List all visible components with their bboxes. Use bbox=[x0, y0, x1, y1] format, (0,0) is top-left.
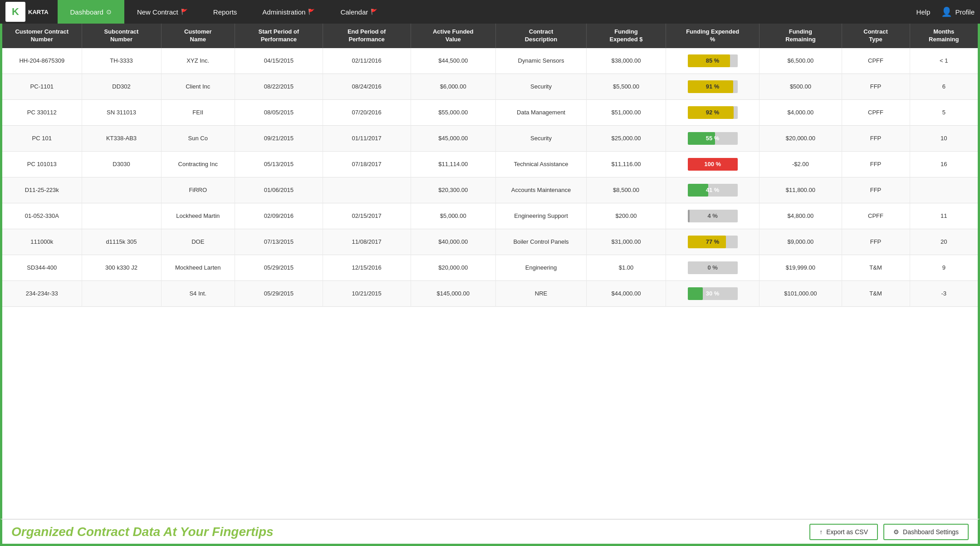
table-cell-5: $20,000.00 bbox=[411, 255, 496, 280]
footer: Organized Contract Data At Your Fingerti… bbox=[0, 519, 980, 546]
table-row[interactable]: D11-25-223kFiRRO01/06/2015$20,300.00Acco… bbox=[2, 177, 978, 203]
table-cell-2: Sun Co bbox=[161, 125, 235, 151]
table-cell-7: $1.00 bbox=[587, 255, 666, 280]
col-customer-contract: Customer ContractNumber bbox=[2, 24, 82, 48]
nav-new-contract[interactable]: New Contract 🚩 bbox=[124, 0, 201, 24]
funding-expended-pct-cell: 0 % bbox=[666, 255, 760, 280]
table-cell-6: Boiler Control Panels bbox=[496, 229, 587, 255]
table-cell-3: 09/21/2015 bbox=[235, 125, 323, 151]
logo-text: KARTA bbox=[28, 9, 49, 15]
table-row[interactable]: PC-1101DD302Client Inc08/22/201508/24/20… bbox=[2, 74, 978, 99]
table-cell-11: 20 bbox=[910, 229, 978, 255]
table-cell-9: $20,000.00 bbox=[760, 125, 842, 151]
table-cell-0: 111000k bbox=[2, 229, 82, 255]
table-cell-6: Data Management bbox=[496, 99, 587, 125]
table-cell-1: DD302 bbox=[82, 74, 161, 99]
footer-tagline: Organized Contract Data At Your Fingerti… bbox=[11, 525, 274, 539]
table-cell-10: CPFF bbox=[842, 99, 910, 125]
help-link[interactable]: Help bbox=[916, 8, 931, 16]
table-cell-11: 6 bbox=[910, 74, 978, 99]
table-cell-3: 04/15/2015 bbox=[235, 48, 323, 74]
table-cell-1: D3030 bbox=[82, 151, 161, 177]
table-row[interactable]: 234-234r-33S4 Int.05/29/201510/21/2015$1… bbox=[2, 280, 978, 306]
export-label: Export as CSV bbox=[826, 528, 868, 536]
table-cell-7: $31,000.00 bbox=[587, 229, 666, 255]
table-cell-3: 08/22/2015 bbox=[235, 74, 323, 99]
funding-expended-pct-cell: 4 % bbox=[666, 203, 760, 229]
settings-label: Dashboard Settings bbox=[903, 528, 959, 536]
nav-right: Help 👤 Profile bbox=[916, 6, 975, 17]
table-cell-0: HH-204-8675309 bbox=[2, 48, 82, 74]
table-cell-1: TH-3333 bbox=[82, 48, 161, 74]
table-cell-9: $19,999.00 bbox=[760, 255, 842, 280]
table-cell-5: $11,114.00 bbox=[411, 151, 496, 177]
table-cell-4: 11/08/2017 bbox=[323, 229, 411, 255]
nav-calendar[interactable]: Calendar 🚩 bbox=[328, 0, 390, 24]
navbar: K KARTA Dashboard ⊙ New Contract 🚩 Repor… bbox=[0, 0, 980, 24]
logo-box: K bbox=[5, 2, 25, 22]
table-row[interactable]: 01-052-330ALockheed Martin02/09/201602/1… bbox=[2, 203, 978, 229]
col-description: ContractDescription bbox=[496, 24, 587, 48]
table-cell-6: Engineering Support bbox=[496, 203, 587, 229]
table-row[interactable]: PC 101013D3030Contracting Inc05/13/20150… bbox=[2, 151, 978, 177]
table-row[interactable]: SD344-400300 k330 J2Mockheed Larten05/29… bbox=[2, 255, 978, 280]
table-cell-5: $20,300.00 bbox=[411, 177, 496, 203]
table-cell-9: $4,000.00 bbox=[760, 99, 842, 125]
app-logo[interactable]: K KARTA bbox=[5, 2, 49, 22]
table-cell-1 bbox=[82, 203, 161, 229]
flag-icon-calendar: 🚩 bbox=[371, 9, 377, 15]
footer-buttons: ↑ Export as CSV ⚙ Dashboard Settings bbox=[809, 524, 969, 540]
table-cell-9: $9,000.00 bbox=[760, 229, 842, 255]
table-cell-10: FFP bbox=[842, 74, 910, 99]
table-cell-1 bbox=[82, 280, 161, 306]
table-wrapper: Customer ContractNumber SubcontractNumbe… bbox=[0, 24, 980, 519]
table-cell-2: Mockheed Larten bbox=[161, 255, 235, 280]
table-cell-7: $38,000.00 bbox=[587, 48, 666, 74]
table-row[interactable]: PC 101KT338-AB3Sun Co09/21/201501/11/201… bbox=[2, 125, 978, 151]
nav-administration[interactable]: Administration 🚩 bbox=[250, 0, 328, 24]
table-cell-4: 07/20/2016 bbox=[323, 99, 411, 125]
table-cell-5: $6,000.00 bbox=[411, 74, 496, 99]
funding-expended-pct-cell: 100 % bbox=[666, 151, 760, 177]
table-cell-5: $45,000.00 bbox=[411, 125, 496, 151]
table-cell-4: 07/18/2017 bbox=[323, 151, 411, 177]
table-cell-4 bbox=[323, 177, 411, 203]
table-cell-11: 16 bbox=[910, 151, 978, 177]
funding-expended-pct-cell: 41 % bbox=[666, 177, 760, 203]
table-cell-4: 02/15/2017 bbox=[323, 203, 411, 229]
table-cell-7: $200.00 bbox=[587, 203, 666, 229]
col-funding-exp-pct: Funding Expended% bbox=[666, 24, 760, 48]
table-cell-7: $11,116.00 bbox=[587, 151, 666, 177]
table-row[interactable]: HH-204-8675309TH-3333XYZ Inc.04/15/20150… bbox=[2, 48, 978, 74]
table-cell-6: Dynamic Sensors bbox=[496, 48, 587, 74]
table-row[interactable]: 111000kd1115k 305DOE07/13/201511/08/2017… bbox=[2, 229, 978, 255]
table-cell-10: FFP bbox=[842, 151, 910, 177]
col-start-pop: Start Period ofPerformance bbox=[235, 24, 323, 48]
table-cell-1: SN 311013 bbox=[82, 99, 161, 125]
table-cell-2: XYZ Inc. bbox=[161, 48, 235, 74]
table-cell-1: KT338-AB3 bbox=[82, 125, 161, 151]
table-cell-0: SD344-400 bbox=[2, 255, 82, 280]
nav-dashboard[interactable]: Dashboard ⊙ bbox=[58, 0, 124, 24]
table-cell-5: $145,000.00 bbox=[411, 280, 496, 306]
table-cell-10: FFP bbox=[842, 125, 910, 151]
funding-expended-pct-cell: 92 % bbox=[666, 99, 760, 125]
table-cell-3: 05/29/2015 bbox=[235, 280, 323, 306]
nav-new-contract-label: New Contract bbox=[137, 8, 178, 16]
table-row[interactable]: PC 330112SN 311013FEII08/05/201507/20/20… bbox=[2, 99, 978, 125]
col-funding-remaining: FundingRemaining bbox=[760, 24, 842, 48]
nav-dashboard-icon: ⊙ bbox=[106, 8, 112, 15]
logo-letter: K bbox=[12, 6, 19, 18]
col-end-pop: End Period ofPerformance bbox=[323, 24, 411, 48]
table-cell-3: 05/29/2015 bbox=[235, 255, 323, 280]
profile-link[interactable]: 👤 Profile bbox=[941, 6, 975, 17]
table-cell-6: Engineering bbox=[496, 255, 587, 280]
table-cell-2: Lockheed Martin bbox=[161, 203, 235, 229]
table-cell-5: $40,000.00 bbox=[411, 229, 496, 255]
table-cell-7: $25,000.00 bbox=[587, 125, 666, 151]
export-csv-button[interactable]: ↑ Export as CSV bbox=[809, 524, 878, 540]
dashboard-settings-button[interactable]: ⚙ Dashboard Settings bbox=[883, 524, 969, 540]
nav-reports[interactable]: Reports bbox=[201, 0, 250, 24]
table-cell-9: $11,800.00 bbox=[760, 177, 842, 203]
flag-icon-new-contract: 🚩 bbox=[181, 9, 188, 15]
